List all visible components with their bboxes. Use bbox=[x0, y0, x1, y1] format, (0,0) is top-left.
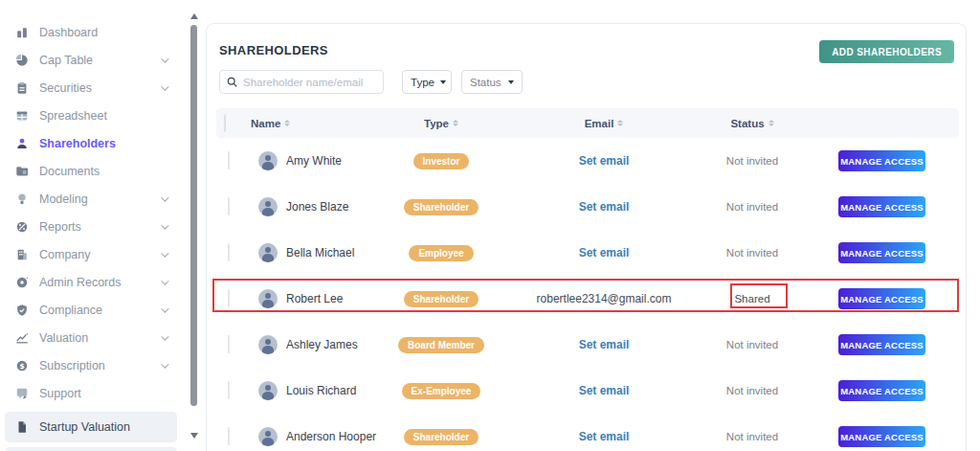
table-header: Name Type Email Status bbox=[216, 108, 959, 138]
row-checkbox[interactable] bbox=[228, 381, 230, 399]
sidebar-item-reports[interactable]: Reports bbox=[0, 213, 182, 240]
status-text: Not invited bbox=[726, 431, 778, 442]
shield-check-icon bbox=[14, 303, 29, 317]
manage-access-button[interactable]: MANAGE ACCESS bbox=[838, 334, 925, 355]
row-checkbox[interactable] bbox=[228, 289, 230, 307]
select-all-checkbox[interactable] bbox=[224, 114, 226, 132]
type-badge: Ex-Employee bbox=[402, 383, 481, 399]
chevron-down-icon bbox=[161, 249, 168, 257]
scroll-up-arrow-icon[interactable] bbox=[190, 13, 198, 19]
chevron-down-icon bbox=[161, 55, 168, 62]
row-checkbox[interactable] bbox=[228, 335, 230, 353]
scroll-down-arrow-icon[interactable] bbox=[190, 433, 198, 439]
lightbulb-icon bbox=[14, 192, 29, 206]
records-disc-icon bbox=[14, 275, 29, 289]
manage-access-button[interactable]: MANAGE ACCESS bbox=[838, 150, 925, 171]
sort-icon[interactable] bbox=[453, 120, 458, 126]
status-text: Not invited bbox=[726, 155, 778, 167]
set-email-link[interactable]: Set email bbox=[579, 384, 630, 397]
sort-icon[interactable] bbox=[617, 120, 623, 126]
table-body: Amy White Investor Set email Not invited… bbox=[216, 138, 959, 451]
sidebar-item-label: Startup Valuation bbox=[39, 420, 130, 434]
folder-icon bbox=[14, 164, 29, 178]
set-email-link[interactable]: Set email bbox=[579, 154, 630, 168]
search-input[interactable] bbox=[243, 77, 376, 88]
manage-access-button[interactable]: MANAGE ACCESS bbox=[838, 242, 925, 263]
shareholders-panel: SHAREHOLDERS ADD SHAREHOLDERS Type Statu… bbox=[206, 23, 967, 451]
sidebar-item-support[interactable]: Support bbox=[0, 379, 182, 407]
sort-icon[interactable] bbox=[284, 120, 290, 126]
building-icon bbox=[14, 247, 29, 261]
row-checkbox[interactable] bbox=[228, 427, 230, 445]
table-row: Bella Michael Employee Set email Not inv… bbox=[216, 230, 959, 276]
avatar bbox=[258, 427, 278, 446]
sidebar-item-label: Reports bbox=[39, 220, 81, 234]
search-box[interactable] bbox=[219, 70, 384, 94]
set-email-link[interactable]: Set email bbox=[579, 246, 630, 259]
shareholders-page: Dashboard Cap Table Securities Spreadshe… bbox=[0, 0, 980, 451]
sidebar-item-startup-valuation[interactable]: Startup Valuation bbox=[5, 412, 177, 442]
table-row: Ashley James Board Member Set email Not … bbox=[216, 322, 959, 368]
avatar bbox=[258, 289, 278, 308]
status-filter-dropdown[interactable]: Status bbox=[461, 70, 523, 94]
manage-access-button[interactable]: MANAGE ACCESS bbox=[838, 380, 925, 401]
document-icon bbox=[14, 420, 29, 435]
sort-icon[interactable] bbox=[768, 120, 774, 126]
sidebar-item-valuation[interactable]: Valuation bbox=[0, 324, 182, 351]
sidebar-scrollbar[interactable] bbox=[189, 0, 199, 451]
row-checkbox[interactable] bbox=[228, 243, 230, 261]
shareholder-name: Anderson Hooper bbox=[286, 430, 376, 443]
row-checkbox[interactable] bbox=[228, 197, 230, 215]
avatar bbox=[258, 243, 278, 262]
sidebar-item-label: Valuation bbox=[39, 331, 88, 345]
bar-chart-icon bbox=[14, 25, 29, 39]
svg-text:$: $ bbox=[19, 361, 24, 370]
table-row: Anderson Hooper Shareholder Set email No… bbox=[216, 414, 959, 451]
status-text: Not invited bbox=[726, 201, 778, 213]
avatar bbox=[258, 381, 278, 400]
column-header-type[interactable]: Type bbox=[369, 118, 513, 129]
column-header-status[interactable]: Status bbox=[695, 118, 810, 129]
shareholder-name: Louis Richard bbox=[286, 384, 356, 397]
manage-access-button[interactable]: MANAGE ACCESS bbox=[838, 426, 925, 447]
caret-down-icon bbox=[440, 80, 446, 84]
status-text: Shared bbox=[734, 293, 769, 304]
email-text: robertlee2314@gmail.com bbox=[537, 292, 672, 305]
sidebar-item-label: Spreadsheet bbox=[39, 109, 107, 123]
sidebar-item-compliance[interactable]: Compliance bbox=[0, 296, 182, 324]
row-checkbox[interactable] bbox=[228, 151, 230, 169]
chevron-down-icon bbox=[161, 277, 168, 284]
column-header-email[interactable]: Email bbox=[513, 118, 695, 129]
column-header-name[interactable]: Name bbox=[251, 118, 369, 129]
manage-access-button[interactable]: MANAGE ACCESS bbox=[838, 288, 925, 309]
sidebar-item-cap-table[interactable]: Cap Table bbox=[0, 46, 182, 74]
sidebar-item-label: Securities bbox=[39, 81, 92, 95]
sidebar-item-documents[interactable]: Documents bbox=[0, 157, 182, 185]
sidebar-item-modeling[interactable]: Modeling bbox=[0, 185, 182, 213]
chevron-down-icon bbox=[161, 193, 168, 201]
sidebar: Dashboard Cap Table Securities Spreadshe… bbox=[0, 0, 182, 451]
type-filter-dropdown[interactable]: Type bbox=[402, 70, 452, 94]
set-email-link[interactable]: Set email bbox=[579, 338, 630, 351]
type-badge: Employee bbox=[409, 245, 473, 261]
sidebar-item-company[interactable]: Company bbox=[0, 240, 182, 268]
shareholder-name: Jones Blaze bbox=[286, 200, 348, 214]
sidebar-item-spreadsheet[interactable]: Spreadsheet bbox=[0, 101, 182, 129]
chevron-down-icon bbox=[161, 221, 168, 229]
shareholder-name: Bella Michael bbox=[286, 246, 354, 259]
person-icon bbox=[14, 136, 29, 150]
sidebar-item-shareholders[interactable]: Shareholders bbox=[0, 129, 182, 157]
set-email-link[interactable]: Set email bbox=[579, 200, 630, 214]
scrollbar-thumb[interactable] bbox=[190, 25, 197, 406]
add-shareholders-button[interactable]: ADD SHAREHOLDERS bbox=[819, 40, 954, 63]
sidebar-item-label: Shareholders bbox=[39, 137, 116, 150]
sidebar-item-label: Company bbox=[39, 248, 91, 261]
set-email-link[interactable]: Set email bbox=[579, 430, 630, 443]
sidebar-item-dashboard[interactable]: Dashboard bbox=[0, 18, 182, 46]
sidebar-item-admin-records[interactable]: Admin Records bbox=[0, 268, 182, 296]
avatar bbox=[258, 151, 278, 170]
manage-access-button[interactable]: MANAGE ACCESS bbox=[838, 196, 925, 217]
sidebar-item-securities[interactable]: Securities bbox=[0, 74, 182, 101]
sidebar-item-subscription[interactable]: $ Subscription bbox=[0, 351, 182, 379]
shareholder-name: Ashley James bbox=[286, 338, 358, 351]
